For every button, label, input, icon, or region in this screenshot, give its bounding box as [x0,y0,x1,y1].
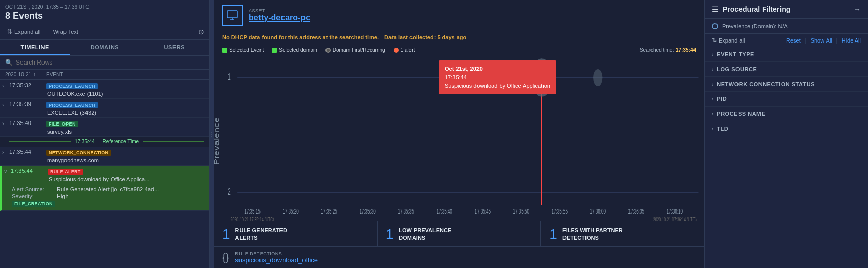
detail-value: Rule Generated Alert [jo_c7fca982-4ad... [57,186,159,192]
list-item: › 17:35:32 PROCESS_LAUNCH OUTLOOK.exe (1… [0,80,209,99]
tab-domains[interactable]: DOMAINS [70,40,139,55]
event-content: FILE_OPEN survey.xls [46,120,207,135]
search-input[interactable] [16,59,204,66]
rule-name[interactable]: suspicious_download_office [235,256,318,264]
event-tag: RULE ALERT [48,169,83,175]
event-content: PROCESS_LAUNCH EXCEL.EXE (3432) [46,101,207,116]
legend-label: Selected domain [279,47,317,53]
event-tag: NETWORK_CONNECTION [46,150,111,156]
event-row-header[interactable]: › 17:35:40 FILE_OPEN survey.xls [0,118,209,136]
hide-all-button[interactable]: Hide All [842,37,861,44]
svg-text:17:35:50: 17:35:50 [513,207,529,215]
asset-icon [222,5,243,26]
svg-text:2: 2 [228,185,231,196]
expand-toggle[interactable]: › [2,150,9,155]
search-bar: 🔍 [0,56,209,70]
wrap-text-label: Wrap Text [53,29,78,35]
rule-label: RULE DETECTIONS [235,251,318,256]
dhcp-last: Data last collected: 5 days ago [384,34,466,40]
right-panel-arrow[interactable]: → [854,5,861,13]
filter-section-tld: › TLD [705,121,868,136]
vertical-divider[interactable] [210,0,214,268]
list-item: › 17:35:40 FILE_OPEN survey.xls [0,118,209,137]
event-column-header: EVENT [46,72,204,77]
svg-text:2020-10-21 17:35:14 (UTC): 2020-10-21 17:35:14 (UTC) [231,216,274,221]
event-detail: Alert Source: Rule Generated Alert [jo_c… [2,184,209,210]
stat-number: 1 [222,227,230,241]
svg-text:17:36:10: 17:36:10 [667,207,683,215]
event-row-header[interactable]: › 17:35:32 PROCESS_LAUNCH OUTLOOK.exe (1… [0,80,209,98]
svg-text:17:36:05: 17:36:05 [628,207,645,215]
svg-rect-3 [214,56,704,221]
asset-info: ASSET betty-decaro-pc [249,8,310,23]
events-list: › 17:35:32 PROCESS_LAUNCH OUTLOOK.exe (1… [0,80,209,268]
expand-icon: ⇅ [7,28,12,35]
svg-text:17:35:15: 17:35:15 [244,207,261,215]
filter-section-label: NETWORK CONNECTION STATUS [717,81,815,87]
asset-label: ASSET [249,8,310,13]
expand-toggle[interactable]: › [2,83,9,89]
reset-button[interactable]: Reset [786,37,801,44]
event-time: 17:35:44 [9,149,46,155]
wrap-icon: ≡ [48,29,51,35]
separator: | [805,37,807,44]
filter-sections: › EVENT TYPE › LOG SOURCE › NETWORK CONN… [705,47,868,268]
expand-all-button[interactable]: ⇅ Expand all [5,27,42,36]
stat-number: 1 [386,227,394,241]
show-all-button[interactable]: Show All [811,37,832,44]
event-row-header[interactable]: › 17:35:44 NETWORK_CONNECTION manygoodne… [0,147,209,165]
filter-section-label: PID [717,96,727,102]
tabs: TIMELINE DOMAINS USERS [0,40,209,56]
dhcp-message: No DHCP data found for this address at t… [222,34,379,40]
event-row-header[interactable]: ∨ 17:35:44 RULE ALERT Suspicious downloa… [2,166,209,184]
chevron-right-icon: › [712,126,713,132]
radio-dot[interactable] [712,23,718,29]
filter-section-header[interactable]: › PROCESS NAME [705,107,868,121]
filter-section-header[interactable]: › NETWORK CONNECTION STATUS [705,77,868,91]
svg-point-12 [593,69,602,86]
column-headers: 2020-10-21 ↑ EVENT [0,70,209,80]
event-content: NETWORK_CONNECTION manygoodnews.com [46,149,207,164]
event-time: 17:35:40 [9,120,46,126]
expand-toggle[interactable]: › [2,121,9,127]
event-row-header[interactable]: › 17:35:39 PROCESS_LAUNCH EXCEL.EXE (343… [0,99,209,117]
filter-section-header[interactable]: › EVENT TYPE [705,47,868,61]
tab-timeline[interactable]: TIMELINE [0,40,70,55]
reference-time-row: 17:35:44 — Reference Time [0,137,209,147]
prevalence-row: Prevalence (Domain): N/A [705,19,868,34]
svg-text:Prevalence: Prevalence [214,117,220,165]
left-panel: OCT 21ST, 2020: 17:35 – 17:36 UTC 8 Even… [0,0,210,268]
filter-toolbar: ⇅ Expand all Reset | Show All | Hide All [705,34,868,47]
event-count: 8 Events [5,11,204,22]
legend-circle [326,48,331,53]
svg-text:17:36:00: 17:36:00 [590,207,606,215]
more-options-button[interactable]: ⊙ [198,28,204,36]
event-tag: PROCESS_LAUNCH [46,83,98,89]
chart-svg: 1 2 Prevalence 17:35:15 17:35:20 17:35:2… [214,56,704,221]
sort-arrow-icon: ↑ [33,72,36,77]
filter-expand-all[interactable]: ⇅ Expand all [712,37,745,44]
event-time: 17:35:39 [9,101,46,107]
detail-field: Alert Source: Rule Generated Alert [jo_c… [12,186,204,192]
event-time: 17:35:32 [9,82,46,88]
legend-selected-domain: Selected domain [272,47,317,53]
detail-label: Severity: [12,193,53,199]
filter-section-header[interactable]: › PID [705,92,868,106]
asset-name[interactable]: betty-decaro-pc [249,13,310,23]
svg-text:17:35:20: 17:35:20 [283,207,299,215]
legend-label: Selected Event [229,47,264,53]
tab-users[interactable]: USERS [140,40,209,55]
stat-files-partner: 1 FILES WITH PARTNERDETECTIONS [541,221,704,246]
chevron-right-icon: › [712,81,713,87]
filter-section-header[interactable]: › TLD [705,121,868,136]
date-column-header: 2020-10-21 ↑ [5,72,46,77]
filter-section-header[interactable]: › LOG SOURCE [705,62,868,76]
filter-section-network-status: › NETWORK CONNECTION STATUS [705,77,868,92]
wrap-text-button[interactable]: ≡ Wrap Text [46,28,80,36]
asset-header: ASSET betty-decaro-pc [214,0,704,31]
computer-icon [226,9,238,22]
expand-toggle[interactable]: ∨ [4,169,11,174]
detail-field: Severity: High [12,193,204,199]
expand-toggle[interactable]: › [2,102,9,108]
stats-bar: 1 RULE GENERATEDALERTS 1 LOW PREVALENCED… [214,221,704,246]
